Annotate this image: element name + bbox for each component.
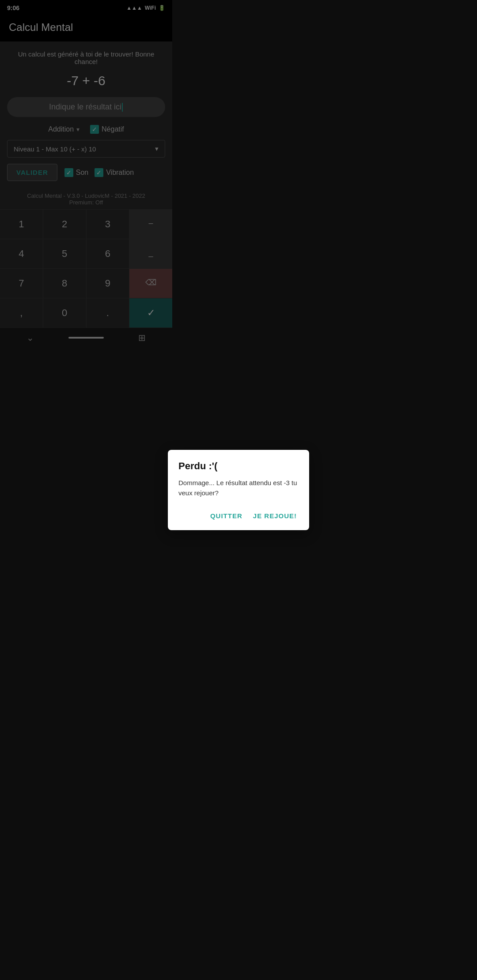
dialog-overlay xyxy=(0,0,172,424)
